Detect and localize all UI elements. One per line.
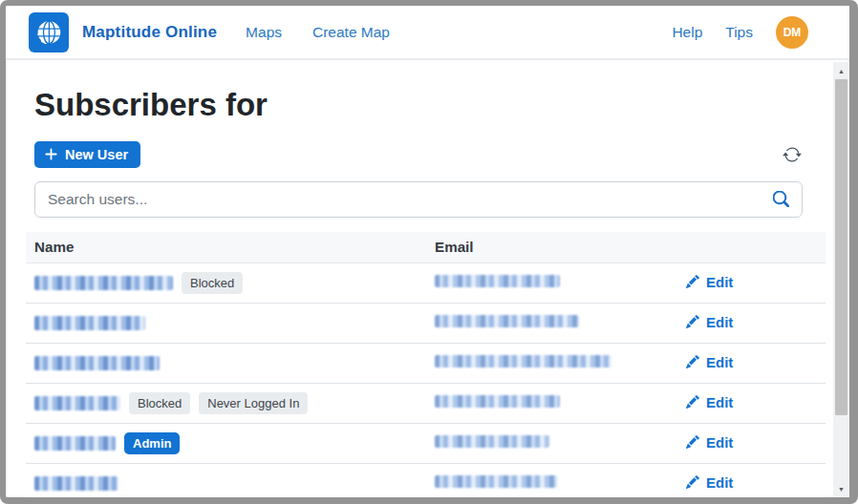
- search-icon: [773, 191, 789, 207]
- name-cell: BlockedNever Logged In: [26, 392, 435, 414]
- badge-blocked: Blocked: [182, 272, 243, 294]
- table-row: Admin Edit: [26, 424, 826, 464]
- email-cell: [435, 354, 686, 371]
- edit-link-label: Edit: [706, 474, 733, 491]
- actions-cell: Edit: [686, 474, 826, 494]
- page-title: Subscribers for: [34, 85, 833, 126]
- nav-tips[interactable]: Tips: [725, 24, 753, 41]
- scroll-down-icon[interactable]: ▼: [833, 481, 849, 496]
- maptitude-logo-icon[interactable]: [29, 12, 69, 52]
- email-cell: [435, 434, 686, 452]
- email-cell: [435, 314, 686, 331]
- pencil-icon: [686, 315, 699, 328]
- redacted-name: [34, 356, 160, 370]
- edit-link[interactable]: Edit: [686, 434, 733, 451]
- main-nav: Maps Create Map: [246, 24, 390, 41]
- edit-link-label: Edit: [706, 394, 733, 410]
- edit-link[interactable]: Edit: [686, 474, 733, 491]
- search-button[interactable]: [764, 184, 797, 215]
- name-cell: [26, 476, 435, 491]
- users-table: Name Email Blocked Edit: [26, 232, 826, 504]
- top-navbar: Maptitude Online Maps Create Map Help Ti…: [6, 6, 849, 60]
- redacted-name: [34, 476, 118, 491]
- redacted-email: [435, 395, 560, 408]
- vertical-scrollbar[interactable]: ▲ ▼: [833, 62, 849, 497]
- pencil-icon: [686, 355, 699, 368]
- actions-cell: Edit: [686, 274, 826, 293]
- badge-container: BlockedNever Logged In: [129, 392, 308, 414]
- redacted-email: [435, 435, 549, 448]
- refresh-icon: [783, 145, 802, 164]
- actions-cell: Edit: [686, 434, 826, 453]
- pencil-icon: [686, 395, 699, 409]
- pencil-icon: [686, 435, 699, 449]
- email-cell: [435, 274, 686, 291]
- actions-cell: Edit: [686, 314, 826, 333]
- table-body: Blocked Edit Edit: [26, 263, 826, 504]
- redacted-email: [435, 315, 579, 327]
- redacted-name: [34, 436, 116, 451]
- nav-maps[interactable]: Maps: [246, 24, 282, 41]
- edit-link[interactable]: Edit: [686, 314, 733, 330]
- table-row: Edit: [26, 464, 826, 504]
- scroll-up-icon[interactable]: ▲: [833, 63, 849, 78]
- plus-icon: [44, 147, 58, 161]
- refresh-button[interactable]: [782, 144, 803, 165]
- table-row: BlockedNever Logged In Edit: [26, 384, 826, 424]
- edit-link-label: Edit: [706, 434, 733, 451]
- actions-cell: Edit: [686, 394, 826, 413]
- edit-link[interactable]: Edit: [686, 394, 733, 410]
- new-user-button-label: New User: [65, 147, 128, 162]
- name-cell: Blocked: [26, 272, 435, 294]
- table-row: Edit: [26, 344, 826, 384]
- table-row: Edit: [26, 304, 826, 344]
- search-input[interactable]: [34, 181, 803, 218]
- table-row: Blocked Edit: [26, 263, 826, 304]
- edit-link-label: Edit: [706, 314, 733, 330]
- browser-window: Maptitude Online Maps Create Map Help Ti…: [0, 0, 858, 504]
- brand-title[interactable]: Maptitude Online: [82, 23, 217, 42]
- edit-link-label: Edit: [706, 354, 733, 370]
- table-header: Name Email: [26, 232, 826, 263]
- redacted-email: [435, 275, 560, 287]
- edit-link[interactable]: Edit: [686, 354, 733, 370]
- badge-blocked: Blocked: [129, 392, 190, 414]
- badge-admin: Admin: [124, 432, 180, 454]
- pencil-icon: [686, 475, 699, 489]
- nav-create-map[interactable]: Create Map: [312, 24, 390, 41]
- redacted-email: [435, 475, 557, 488]
- name-cell: [26, 356, 435, 370]
- pencil-icon: [686, 275, 699, 288]
- email-cell: [435, 474, 686, 492]
- navbar-right: Help Tips DM: [672, 16, 808, 49]
- toolbar: New User: [34, 141, 803, 168]
- scrollbar-thumb[interactable]: [835, 79, 847, 415]
- redacted-name: [34, 276, 173, 290]
- column-header-email[interactable]: Email: [435, 239, 686, 255]
- nav-help[interactable]: Help: [672, 24, 702, 41]
- email-cell: [435, 394, 686, 411]
- redacted-name: [34, 316, 145, 330]
- user-avatar[interactable]: DM: [776, 16, 808, 49]
- redacted-name: [34, 396, 120, 410]
- search-bar: [34, 181, 803, 218]
- badge-never-logged-in: Never Logged In: [199, 392, 308, 414]
- actions-cell: Edit: [686, 354, 826, 373]
- main-content: Subscribers for New User: [6, 85, 833, 504]
- badge-container: Admin: [124, 432, 180, 454]
- redacted-email: [435, 355, 611, 368]
- name-cell: [26, 316, 435, 330]
- new-user-button[interactable]: New User: [34, 141, 140, 168]
- name-cell: Admin: [26, 432, 435, 454]
- column-header-name[interactable]: Name: [26, 239, 435, 255]
- edit-link-label: Edit: [706, 274, 733, 290]
- edit-link[interactable]: Edit: [686, 274, 733, 290]
- badge-container: Blocked: [182, 272, 243, 294]
